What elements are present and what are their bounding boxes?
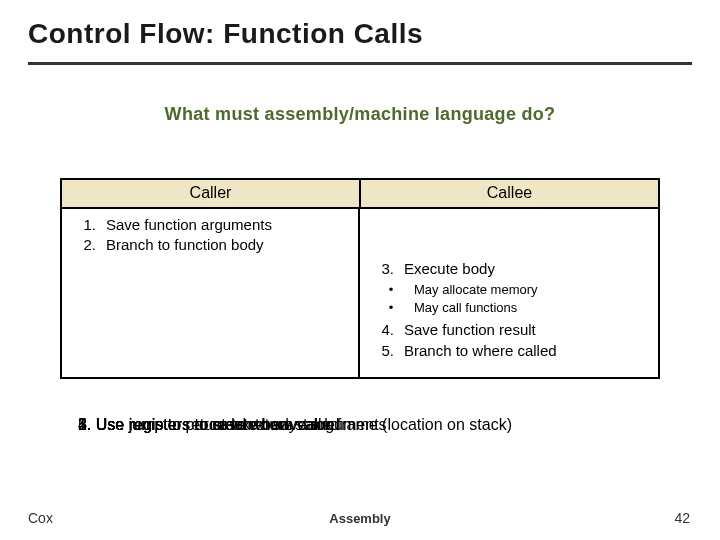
callee-sub-bullet: • May call functions xyxy=(368,299,650,317)
step-number: 1. xyxy=(70,215,106,235)
slide-subtitle: What must assembly/machine language do? xyxy=(0,104,720,125)
caller-callee-table: Caller Callee 1. Save function arguments… xyxy=(60,178,660,379)
bullet-icon: • xyxy=(368,281,414,299)
step-number: 2. xyxy=(70,235,106,255)
bullet-icon: • xyxy=(368,299,414,317)
step-text: Branch to where called xyxy=(404,341,650,361)
callee-step: 4. Save function result xyxy=(368,320,650,340)
step-number: 3. xyxy=(368,259,404,279)
callee-step: 5. Branch to where called xyxy=(368,341,650,361)
callee-step: 3. Execute body xyxy=(368,259,650,279)
table-header-row: Caller Callee xyxy=(62,180,658,209)
table-header-caller: Caller xyxy=(62,180,361,209)
footer-page-number: 42 xyxy=(674,510,690,526)
slide-title: Control Flow: Function Calls xyxy=(28,18,423,50)
caller-step: 2. Branch to function body xyxy=(70,235,350,255)
footer-topic: Assembly xyxy=(0,511,720,526)
callee-sub-bullet: • May allocate memory xyxy=(368,281,650,299)
step-text: Save function result xyxy=(404,320,650,340)
step-number: 4. xyxy=(368,320,404,340)
caller-step: 1. Save function arguments xyxy=(70,215,350,235)
slide: Control Flow: Function Calls What must a… xyxy=(0,0,720,540)
title-underline xyxy=(28,62,692,65)
callee-column: 3. Execute body • May allocate memory • … xyxy=(360,209,658,377)
step-number: 5. xyxy=(368,341,404,361)
caller-column: 1. Save function arguments 2. Branch to … xyxy=(62,209,360,377)
step-text: Save function arguments xyxy=(106,215,350,235)
table-body: 1. Save function arguments 2. Branch to … xyxy=(62,209,658,377)
overlapping-answer-lines: 1. Use registers or stack to save argume… xyxy=(78,416,678,442)
bullet-text: May allocate memory xyxy=(414,281,650,299)
step-text: Execute body xyxy=(404,259,650,279)
callee-sub-bullets: • May allocate memory • May call functio… xyxy=(368,281,650,316)
table-header-callee: Callee xyxy=(361,180,658,209)
overlap-line: 3. Use registers to create new stack fra… xyxy=(78,416,512,434)
bullet-text: May call functions xyxy=(414,299,650,317)
step-text: Branch to function body xyxy=(106,235,350,255)
